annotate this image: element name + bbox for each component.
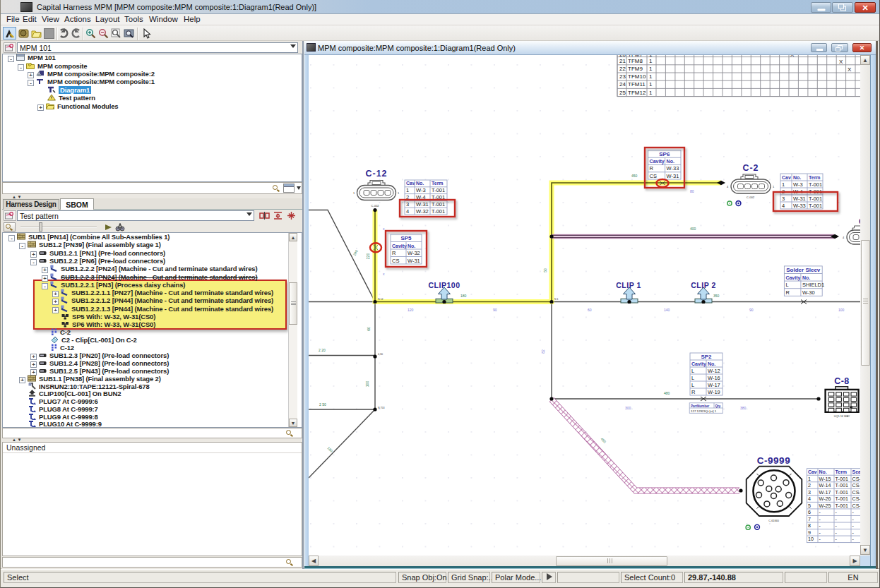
svg-text:1: 1 xyxy=(406,187,409,193)
svg-text:Solder Sleev: Solder Sleev xyxy=(786,267,821,273)
svg-text:No.: No. xyxy=(416,181,424,186)
svg-text:L: L xyxy=(691,375,694,381)
svg-text:CS-: CS- xyxy=(852,489,861,496)
svg-text:T-001: T-001 xyxy=(809,181,822,188)
svg-text:1: 1 xyxy=(649,66,653,72)
svg-text:No.: No. xyxy=(708,361,715,366)
svg-text:Qty.: Qty. xyxy=(715,404,722,408)
svg-text:90: 90 xyxy=(493,308,497,312)
svg-text:C-61840: C-61840 xyxy=(768,520,779,522)
svg-text:TFM8: TFM8 xyxy=(628,58,643,64)
svg-text:Cavity: Cavity xyxy=(392,244,407,249)
svg-text:400: 400 xyxy=(690,227,696,231)
svg-text:82: 82 xyxy=(541,349,545,354)
svg-text:C-002: C-002 xyxy=(747,196,755,199)
svg-text:24: 24 xyxy=(619,81,626,88)
svg-text:1: 1 xyxy=(649,81,653,88)
svg-text:450: 450 xyxy=(631,174,638,178)
svg-text:20: 20 xyxy=(619,55,626,58)
svg-text:W-19: W-19 xyxy=(708,389,720,395)
svg-text:5: 5 xyxy=(808,503,811,509)
svg-text:W-26: W-26 xyxy=(819,496,831,502)
svg-text:L: L xyxy=(785,282,788,288)
svg-text:SP2: SP2 xyxy=(701,354,712,360)
svg-text:9: 9 xyxy=(808,529,811,536)
svg-text:2 20: 2 20 xyxy=(319,348,326,352)
svg-text:C-8: C-8 xyxy=(834,376,850,386)
svg-text:4: 4 xyxy=(406,208,409,215)
svg-text:22: 22 xyxy=(619,66,626,72)
svg-text:2 50: 2 50 xyxy=(319,402,326,407)
svg-text:W-33: W-33 xyxy=(667,165,679,172)
svg-text:L: L xyxy=(691,368,694,374)
svg-text:L: L xyxy=(691,382,694,388)
svg-text:SHIELD1: SHIELD1 xyxy=(802,282,824,288)
svg-text:380: 380 xyxy=(740,406,747,410)
svg-text:T-001: T-001 xyxy=(836,489,848,496)
svg-text:UQ5 16 WAY: UQ5 16 WAY xyxy=(834,415,850,418)
svg-text:10: 10 xyxy=(808,536,814,542)
svg-text:4: 4 xyxy=(782,203,785,209)
svg-text:Cav: Cav xyxy=(406,181,415,186)
svg-text:Cavity: Cavity xyxy=(785,275,800,281)
svg-text:W-31: W-31 xyxy=(793,196,806,202)
svg-text:R: R xyxy=(691,389,696,395)
svg-text:TFM10: TFM10 xyxy=(628,73,646,80)
svg-text:T-001: T-001 xyxy=(432,201,445,208)
svg-text:T-001: T-001 xyxy=(836,476,848,482)
svg-text:N 753: N 753 xyxy=(378,407,385,409)
svg-text:X: X xyxy=(848,66,852,73)
svg-text:N 12: N 12 xyxy=(378,298,383,301)
svg-text:140: 140 xyxy=(664,308,670,312)
svg-text:350: 350 xyxy=(713,294,720,298)
svg-text:1: 1 xyxy=(782,181,785,188)
svg-text:21: 21 xyxy=(619,58,626,64)
svg-text:23: 23 xyxy=(619,73,626,80)
svg-text:W-31: W-31 xyxy=(416,201,429,208)
svg-text:Sea: Sea xyxy=(852,469,861,474)
svg-text:120: 120 xyxy=(408,308,414,312)
svg-text:CS-: CS- xyxy=(852,482,861,488)
svg-text:220: 220 xyxy=(366,253,370,260)
svg-text:1: 1 xyxy=(649,73,653,80)
svg-text:1: 1 xyxy=(649,90,653,96)
svg-text:TFM12: TFM12 xyxy=(628,90,646,96)
svg-text:80: 80 xyxy=(690,189,694,193)
svg-text:W-15: W-15 xyxy=(819,476,831,482)
svg-text:X: X xyxy=(790,55,795,58)
svg-text:Cav: Cav xyxy=(808,469,817,474)
svg-text:3: 3 xyxy=(782,196,785,202)
svg-text:480: 480 xyxy=(664,391,670,395)
svg-text:CLIP 2: CLIP 2 xyxy=(691,281,715,289)
svg-text:CS-: CS- xyxy=(852,503,861,509)
svg-text:T-001: T-001 xyxy=(836,503,848,509)
svg-text:CS-: CS- xyxy=(852,476,861,482)
svg-text:W-25: W-25 xyxy=(819,503,831,509)
svg-text:W-32: W-32 xyxy=(408,250,420,256)
svg-text:R: R xyxy=(392,250,396,256)
svg-text:T-001: T-001 xyxy=(432,208,445,215)
svg-text:No.: No. xyxy=(802,275,810,280)
svg-text:2: 2 xyxy=(808,482,811,488)
svg-text:Term: Term xyxy=(809,175,821,180)
svg-text:Cav: Cav xyxy=(782,175,791,180)
svg-text:300: 300 xyxy=(625,406,631,410)
svg-text:1: 1 xyxy=(808,476,811,482)
svg-text:No.: No. xyxy=(819,469,827,474)
svg-text:Cavity: Cavity xyxy=(650,159,665,164)
svg-text:1: 1 xyxy=(649,55,653,58)
svg-text:TFM11: TFM11 xyxy=(628,81,646,88)
svg-text:Term: Term xyxy=(836,469,848,474)
svg-text:CS: CS xyxy=(392,258,399,264)
svg-text:W-17: W-17 xyxy=(708,382,720,388)
svg-text:C-002: C-002 xyxy=(371,204,379,208)
svg-text:8: 8 xyxy=(808,522,811,529)
svg-text:CS: CS xyxy=(650,173,657,179)
svg-text:W-17: W-17 xyxy=(819,489,831,496)
svg-text:W-12: W-12 xyxy=(708,368,720,374)
svg-text:7: 7 xyxy=(808,516,811,522)
svg-text:W-31: W-31 xyxy=(667,173,679,179)
svg-text:TFM9: TFM9 xyxy=(628,66,643,72)
svg-text:T-001: T-001 xyxy=(836,496,848,502)
svg-text:3: 3 xyxy=(406,201,409,208)
